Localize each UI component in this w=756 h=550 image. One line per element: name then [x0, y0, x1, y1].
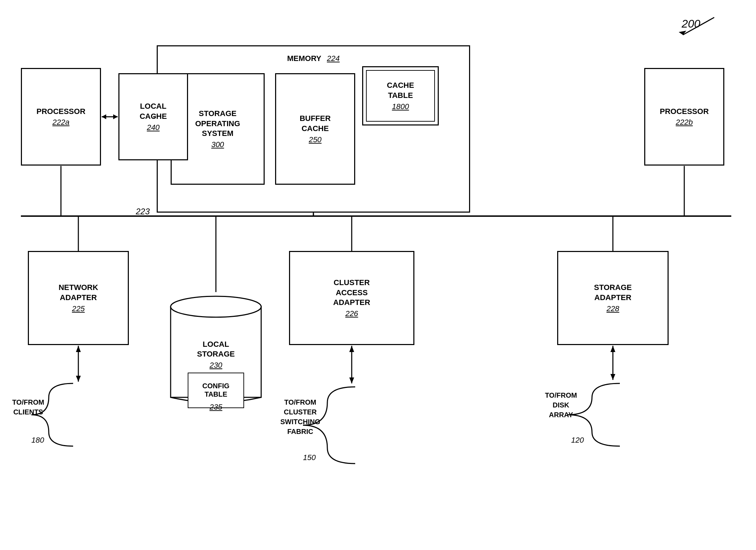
diagram: 200 MEMORY 224 STORAGE OPERATING SYSTEM … — [0, 0, 756, 550]
storage-os-id: 300 — [211, 140, 224, 149]
memory-label: MEMORY — [287, 54, 321, 64]
svg-line-0 — [683, 17, 714, 35]
svg-text:230: 230 — [209, 361, 223, 369]
svg-text:223: 223 — [135, 207, 150, 216]
cluster-fabric-id: 150 — [303, 453, 316, 462]
buffer-cache-id: 250 — [309, 135, 322, 144]
svg-text:TABLE: TABLE — [204, 390, 227, 398]
local-cache-label: LOCAL CACHE — [140, 101, 167, 121]
cluster-fabric-brace-label: TO/FROMCLUSTERSWITCHINGFABRIC 150 — [279, 383, 362, 467]
buffer-cache-label: BUFFER CACHE — [299, 114, 330, 133]
cache-table-id: 1800 — [392, 102, 409, 111]
svg-marker-1 — [679, 31, 686, 35]
cluster-access-adapter-label: CLUSTER ACCESS ADAPTER — [333, 278, 370, 308]
cluster-access-adapter-id: 226 — [345, 309, 358, 318]
local-cache-id: 240 — [147, 123, 160, 132]
storage-adapter-id: 228 — [607, 304, 619, 313]
cluster-fabric-text: TO/FROMCLUSTERSWITCHINGFABRIC — [280, 397, 320, 436]
local-storage-cylinder: LOCAL STORAGE 230 CONFIG TABLE — [167, 293, 265, 411]
cache-table-outer-box: CACHE TABLE 1800 — [362, 66, 439, 125]
svg-marker-30 — [610, 374, 615, 380]
ref-arrow — [676, 14, 721, 38]
clients-text: TO/FROMCLIENTS — [12, 397, 44, 417]
svg-point-3 — [171, 296, 261, 317]
svg-marker-28 — [349, 346, 354, 352]
storage-adapter-box: STORAGE ADAPTER 228 — [557, 251, 669, 345]
cache-table-inner-box: CACHE TABLE 1800 — [366, 70, 435, 122]
clients-id: 180 — [31, 436, 44, 445]
processor-a-id: 222a — [53, 118, 70, 127]
svg-marker-13 — [102, 114, 106, 119]
svg-text:LOCAL: LOCAL — [203, 340, 229, 349]
network-adapter-box: NETWORK ADAPTER 225 — [28, 251, 129, 345]
network-adapter-id: 225 — [72, 304, 85, 313]
processor-b-id: 222b — [676, 118, 693, 127]
processor-a-box: PROCESSOR 222a — [21, 68, 101, 166]
memory-id: 224 — [327, 54, 340, 63]
config-table-id: 235 — [167, 403, 265, 412]
network-adapter-label: NETWORK ADAPTER — [59, 283, 98, 303]
svg-marker-24 — [76, 346, 81, 352]
cluster-access-adapter-box: CLUSTER ACCESS ADAPTER 226 — [289, 251, 414, 345]
local-cache-box: LOCAL CACHE 240 — [118, 73, 188, 160]
svg-marker-27 — [349, 377, 354, 383]
svg-marker-14 — [113, 114, 118, 119]
disk-array-brace-label: TO/FROMDISKARRAY 120 — [543, 380, 627, 450]
svg-marker-31 — [610, 346, 615, 352]
storage-os-label: STORAGE OPERATING SYSTEM — [195, 109, 240, 139]
processor-b-box: PROCESSOR 222b — [644, 68, 724, 166]
storage-adapter-label: STORAGE ADAPTER — [594, 283, 632, 303]
clients-brace-label: TO/FROMCLIENTS 180 — [10, 380, 80, 450]
processor-a-label: PROCESSOR — [37, 107, 86, 117]
processor-b-label: PROCESSOR — [660, 107, 709, 117]
disk-array-id: 120 — [571, 436, 584, 445]
cache-table-label: CACHE TABLE — [387, 81, 414, 100]
buffer-cache-box: BUFFER CACHE 250 — [275, 73, 355, 185]
svg-text:CONFIG: CONFIG — [202, 382, 229, 390]
svg-text:STORAGE: STORAGE — [197, 350, 235, 358]
disk-array-text: TO/FROMDISKARRAY — [545, 390, 577, 420]
